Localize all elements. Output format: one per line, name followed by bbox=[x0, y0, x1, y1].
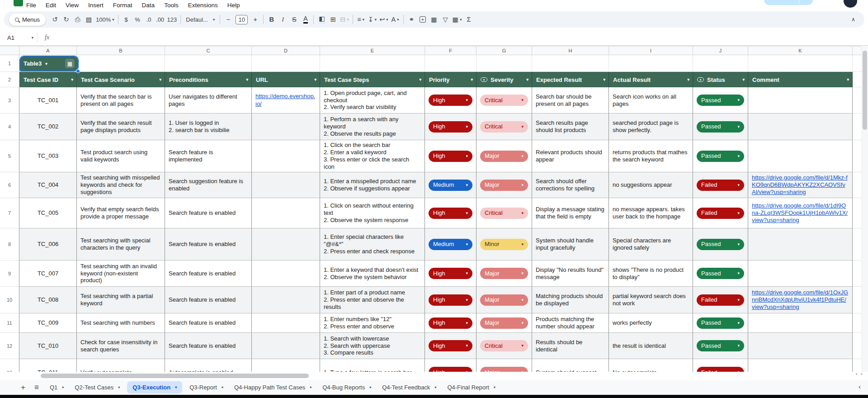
sheet-tab-q2-test-cases[interactable]: Q2-Test Cases▾ bbox=[69, 380, 125, 395]
filter-chevron-icon[interactable]: ▾ bbox=[742, 77, 745, 82]
cell-scenario[interactable]: Verify that the search result page displ… bbox=[77, 114, 165, 140]
cell-preconditions[interactable]: Search feature is enabled bbox=[165, 333, 252, 359]
cell-severity[interactable]: Minor▾ bbox=[476, 228, 532, 261]
cell-priority[interactable]: Medium▾ bbox=[425, 228, 476, 261]
cell-comment[interactable] bbox=[748, 313, 853, 333]
cell-expected-result[interactable]: Display "No results found" message bbox=[532, 261, 609, 287]
cell-scenario[interactable]: Verify that empty search fields provide … bbox=[77, 198, 165, 228]
cell-steps[interactable]: 1. Enter part of a product name 2. Press… bbox=[320, 287, 425, 313]
comment-link[interactable]: https://drive.google.com/file/d/1Mkz-fKO… bbox=[752, 174, 849, 196]
create-filter-button[interactable]: ▽ bbox=[440, 14, 451, 26]
strikethrough-button[interactable]: S bbox=[288, 14, 300, 26]
bold-button[interactable]: B bbox=[266, 14, 277, 26]
status-pill[interactable]: Failed▾ bbox=[697, 294, 744, 306]
cell-actual-result[interactable]: no suggestions appear bbox=[609, 172, 693, 198]
cell-preconditions[interactable]: Search suggestion feature is enabled bbox=[165, 172, 252, 198]
cell-actual-result[interactable]: Special characters are ignored safely bbox=[609, 228, 693, 261]
sheets-logo-icon[interactable] bbox=[14, 0, 23, 6]
filter-chevron-icon[interactable]: ▾ bbox=[314, 77, 316, 82]
cell-status[interactable]: Passed▾ bbox=[693, 140, 748, 172]
cell-expected-result[interactable]: Results should be identical bbox=[532, 333, 609, 359]
filter-chevron-icon[interactable]: ▾ bbox=[159, 77, 161, 82]
row-header-13[interactable]: 13 bbox=[0, 359, 19, 372]
cell-actual-result[interactable]: searched product page is show perfectly. bbox=[609, 114, 693, 140]
cell-priority[interactable]: High▾ bbox=[425, 87, 476, 114]
cell-preconditions[interactable]: Search feature is enabled bbox=[165, 287, 252, 313]
cell-priority[interactable]: High▾ bbox=[425, 333, 476, 359]
cell-comment[interactable]: https://drive.google.com/file/d/1dI9Qna-… bbox=[748, 198, 853, 228]
merge-cells-button[interactable]: ⊟ ▾ bbox=[339, 14, 350, 26]
cell-scenario[interactable]: Test searching with misspelled keywords … bbox=[77, 172, 165, 198]
status-pill[interactable]: Passed▾ bbox=[697, 340, 744, 351]
add-sheet-button[interactable]: + bbox=[17, 383, 29, 392]
cell-actual-result[interactable]: works perfectly bbox=[609, 313, 693, 333]
tab-scroll-left-icon[interactable]: ‹ bbox=[859, 383, 861, 390]
cell-actual-result[interactable]: returns products that mathes the search … bbox=[609, 140, 693, 172]
column-header-i[interactable]: I bbox=[609, 47, 693, 55]
cell[interactable] bbox=[748, 55, 853, 72]
table-header-test-case-scenario[interactable]: Test Case Scenario▾ bbox=[77, 72, 165, 87]
cell-comment[interactable]: https://drive.google.com/file/d/1OxJGnnB… bbox=[748, 287, 853, 313]
menu-tools[interactable]: Tools bbox=[164, 2, 179, 9]
cell-test-case-id[interactable]: TC_002 bbox=[19, 114, 77, 140]
column-header-a[interactable]: A bbox=[19, 47, 77, 55]
priority-pill[interactable]: High▾ bbox=[429, 95, 472, 106]
filter-chevron-icon[interactable]: ▾ bbox=[419, 77, 421, 82]
cell-priority[interactable]: Medium▾ bbox=[425, 172, 476, 198]
cell-priority[interactable]: High▾ bbox=[425, 287, 476, 313]
vertical-align-button[interactable]: ↧ ▾ bbox=[367, 14, 378, 26]
cell-actual-result[interactable]: partial keyword search does not work bbox=[609, 287, 693, 313]
priority-pill[interactable]: Medium▾ bbox=[429, 239, 472, 250]
cell-steps[interactable]: 1. Open product page, cart, and checkout… bbox=[320, 87, 425, 114]
cell-expected-result[interactable]: Display a message stating that the field… bbox=[532, 198, 609, 228]
text-color-button[interactable]: A bbox=[300, 14, 311, 26]
priority-pill[interactable]: Medium▾ bbox=[429, 180, 472, 191]
cell-expected-result[interactable]: System should handle input gracefully bbox=[532, 228, 609, 261]
all-sheets-button[interactable]: ≡ bbox=[31, 383, 42, 392]
cell-expected-result[interactable]: Search bar should be present on all page… bbox=[532, 87, 609, 114]
cell-status[interactable]: Failed▾ bbox=[693, 287, 748, 313]
cell[interactable] bbox=[77, 55, 165, 72]
status-pill[interactable]: Passed▾ bbox=[697, 317, 744, 329]
cell[interactable] bbox=[252, 55, 320, 72]
comment-link[interactable]: https://drive.google.com/file/d/1dI9Qna-… bbox=[752, 202, 849, 224]
row-header-1[interactable]: 1 bbox=[0, 55, 19, 72]
row-header-9[interactable]: 9 bbox=[0, 261, 19, 287]
cell[interactable] bbox=[425, 55, 476, 72]
priority-pill[interactable]: High▾ bbox=[429, 121, 472, 133]
functions-button[interactable]: Σ bbox=[463, 14, 475, 26]
table-header-status[interactable]: Status▾ bbox=[693, 72, 748, 87]
filter-chevron-icon[interactable]: ▾ bbox=[847, 77, 849, 82]
cell-severity[interactable]: Major▾ bbox=[476, 287, 532, 313]
cell[interactable] bbox=[609, 55, 693, 72]
increase-font-size-button[interactable]: + bbox=[250, 14, 261, 26]
cell-status[interactable]: Failed▾ bbox=[693, 172, 748, 198]
menus-search-button[interactable]: Menus bbox=[9, 14, 46, 26]
table-header-comment[interactable]: Comment▾ bbox=[748, 72, 853, 87]
row-header-6[interactable]: 6 bbox=[0, 172, 19, 198]
cell-test-case-id[interactable]: TC_001 bbox=[19, 87, 77, 114]
print-button[interactable]: ⎙ bbox=[72, 14, 83, 26]
comment-link[interactable]: https://drive.google.com/file/d/1OxJGnnB… bbox=[752, 289, 849, 311]
cell-status[interactable]: Passed▾ bbox=[693, 114, 748, 140]
font-size-field[interactable]: 10 bbox=[236, 15, 248, 24]
column-header-j[interactable]: J bbox=[693, 47, 748, 55]
row-header-8[interactable]: 8 bbox=[0, 228, 19, 261]
sheet-tab-q3-execution[interactable]: Q3-Execution▾ bbox=[127, 381, 182, 393]
cell-steps[interactable]: 1. Click on search without entering text… bbox=[320, 198, 425, 228]
priority-pill[interactable]: High▾ bbox=[429, 294, 472, 306]
cell-test-case-id[interactable]: TC_003 bbox=[19, 140, 77, 172]
cell-url[interactable] bbox=[252, 333, 320, 359]
cell-comment[interactable] bbox=[748, 333, 853, 359]
cell-severity[interactable]: Major▾ bbox=[476, 140, 532, 172]
cell-comment[interactable] bbox=[748, 228, 853, 261]
cell-actual-result[interactable]: no message appears. takes user back to t… bbox=[609, 198, 693, 228]
italic-button[interactable]: I bbox=[277, 14, 288, 26]
status-pill[interactable]: Passed▾ bbox=[697, 268, 744, 279]
cell-url[interactable] bbox=[252, 313, 320, 333]
sheet-tab-q4-final-report[interactable]: Q4-Final Report▾ bbox=[442, 380, 501, 395]
cell-steps[interactable]: 1. Enter a misspelled product name 2. Ob… bbox=[320, 172, 425, 198]
cell-severity[interactable]: Critical▾ bbox=[476, 114, 532, 140]
table-header-test-case-steps[interactable]: Test Case Steps▾ bbox=[320, 72, 425, 87]
menu-extensions[interactable]: Extensions bbox=[188, 2, 218, 9]
